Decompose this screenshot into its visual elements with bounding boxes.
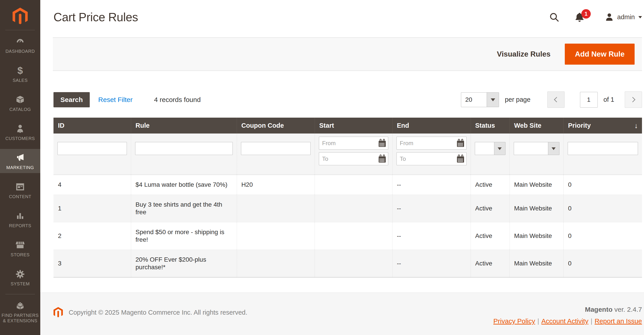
table-row[interactable]: 3 20% OFF Ever $200-plus purchase!* -- A… — [54, 250, 642, 278]
chevron-down-icon — [498, 147, 502, 152]
grid-filter-row — [54, 133, 642, 175]
sidebar-item-content[interactable]: CONTENT — [0, 178, 40, 202]
calendar-icon[interactable] — [378, 139, 386, 148]
grid-search-button[interactable]: Search — [54, 92, 90, 107]
filter-status-select[interactable] — [475, 142, 506, 155]
cell-start — [314, 175, 392, 195]
privacy-policy-link[interactable]: Privacy Policy — [494, 317, 535, 325]
cell-coupon-code — [237, 222, 314, 250]
column-header-id[interactable]: ID — [54, 118, 131, 133]
reset-filter-link[interactable]: Reset Filter — [98, 96, 132, 103]
chevron-down-icon — [552, 147, 556, 152]
sidebar-item-label: MARKETING — [6, 165, 34, 170]
column-header-priority[interactable]: Priority ↓ — [564, 118, 642, 133]
footer-meta: Magento ver. 2.4.7 Privacy Policy|Accoun… — [494, 306, 642, 335]
sidebar-item-label: SALES — [13, 78, 28, 83]
column-header-web-site[interactable]: Web Site — [510, 118, 564, 133]
calendar-icon[interactable] — [378, 154, 386, 163]
previous-page-button[interactable] — [547, 91, 564, 108]
select-arrow-box — [494, 142, 505, 155]
cell-end: -- — [392, 250, 470, 278]
sidebar-item-label: CUSTOMERS — [5, 136, 35, 141]
account-activity-link[interactable]: Account Activity — [541, 317, 588, 325]
visualize-rules-button[interactable]: Visualize Rules — [497, 50, 550, 58]
cell-end: -- — [392, 175, 470, 195]
per-page-select[interactable]: 20 — [461, 92, 499, 107]
stores-icon — [16, 240, 25, 250]
column-header-end[interactable]: End — [392, 118, 470, 133]
notifications-button[interactable]: 1 — [574, 12, 585, 22]
cell-end: -- — [392, 222, 470, 250]
cell-web-site: Main Website — [510, 195, 564, 222]
add-new-rule-button[interactable]: Add New Rule — [565, 44, 634, 65]
cell-priority: 0 — [564, 175, 642, 195]
cell-web-site: Main Website — [510, 175, 564, 195]
cell-coupon-code — [237, 250, 314, 278]
cell-priority: 0 — [564, 250, 642, 278]
cell-priority: 0 — [564, 195, 642, 222]
table-row[interactable]: 1 Buy 3 tee shirts and get the 4th free … — [54, 195, 642, 222]
sidebar-item-label: CATALOG — [10, 107, 31, 112]
cell-status: Active — [470, 195, 510, 222]
calendar-icon[interactable] — [456, 154, 465, 163]
filter-id-input[interactable] — [58, 142, 127, 155]
cell-coupon-code — [237, 195, 314, 222]
table-row[interactable]: 4 $4 Luma water bottle (save 70%) H20 --… — [54, 175, 642, 195]
global-search-button[interactable] — [549, 12, 560, 22]
filter-priority-input[interactable] — [568, 142, 638, 155]
cell-id: 4 — [54, 175, 131, 195]
admin-account-menu[interactable]: admin — [604, 12, 642, 22]
sidebar-item-dashboard[interactable]: DASHBOARD — [0, 33, 40, 57]
sidebar-item-label: DASHBOARD — [5, 48, 35, 54]
magento-footer-logo-icon — [54, 307, 63, 318]
column-header-rule[interactable]: Rule — [131, 118, 237, 133]
cell-id: 3 — [54, 250, 131, 278]
column-header-start[interactable]: Start — [314, 118, 392, 133]
filter-rule-input[interactable] — [135, 142, 233, 155]
cell-start — [314, 195, 392, 222]
table-row[interactable]: 2 Spend $50 or more - shipping is free! … — [54, 222, 642, 250]
footer-links: Privacy Policy|Account Activity|Report a… — [494, 317, 642, 325]
cell-status: Active — [470, 250, 510, 278]
search-icon — [549, 12, 560, 22]
marketing-icon — [16, 153, 25, 163]
current-page-input[interactable] — [580, 92, 598, 108]
cart-price-rules-grid: ID Rule Coupon Code Start End Status Web… — [54, 118, 642, 278]
admin-sidebar: DASHBOARD $ SALES CATALOG — [0, 0, 40, 335]
report-issue-link[interactable]: Report an Issue — [594, 317, 642, 325]
sidebar-item-customers[interactable]: CUSTOMERS — [0, 120, 40, 144]
admin-username: admin — [617, 13, 635, 21]
filter-website-select[interactable] — [514, 142, 560, 155]
reports-icon — [16, 211, 25, 221]
cell-priority: 0 — [564, 222, 642, 250]
column-header-status[interactable]: Status — [470, 118, 510, 133]
copyright-text: Copyright © 2025 Magento Commerce Inc. A… — [69, 309, 247, 316]
sidebar-item-sales[interactable]: $ SALES — [0, 62, 40, 86]
records-found-text: 4 records found — [154, 96, 200, 103]
dashboard-icon — [16, 37, 25, 46]
extensions-icon — [16, 301, 25, 311]
cell-id: 2 — [54, 222, 131, 250]
magento-logo[interactable] — [12, 0, 28, 30]
magento-admin-page: DASHBOARD $ SALES CATALOG — [0, 0, 644, 335]
next-page-button[interactable] — [625, 91, 642, 108]
sidebar-item-label: CONTENT — [9, 194, 31, 199]
sidebar-item-catalog[interactable]: CATALOG — [0, 91, 40, 115]
chevron-left-icon — [554, 97, 559, 102]
main-content: Cart Price Rules 1 — [40, 0, 644, 335]
cell-rule: $4 Luma water bottle (save 70%) — [131, 175, 237, 195]
calendar-icon[interactable] — [456, 139, 465, 148]
sidebar-item-label: FIND PARTNERS & EXTENSIONS — [1, 313, 40, 323]
column-header-coupon-code[interactable]: Coupon Code — [237, 118, 314, 133]
sidebar-item-find-partners[interactable]: FIND PARTNERS & EXTENSIONS — [0, 297, 40, 326]
sidebar-item-stores[interactable]: STORES — [0, 236, 40, 260]
cell-start — [314, 222, 392, 250]
select-arrow-box — [548, 142, 559, 155]
filter-coupon-code-input[interactable] — [241, 142, 310, 155]
sidebar-divider — [5, 294, 35, 294]
sidebar-item-system[interactable]: SYSTEM — [0, 265, 40, 289]
sidebar-item-reports[interactable]: REPORTS — [0, 207, 40, 231]
sidebar-item-marketing[interactable]: MARKETING — [0, 149, 40, 173]
page-header: Cart Price Rules 1 — [54, 0, 642, 24]
chevron-right-icon — [630, 97, 635, 102]
